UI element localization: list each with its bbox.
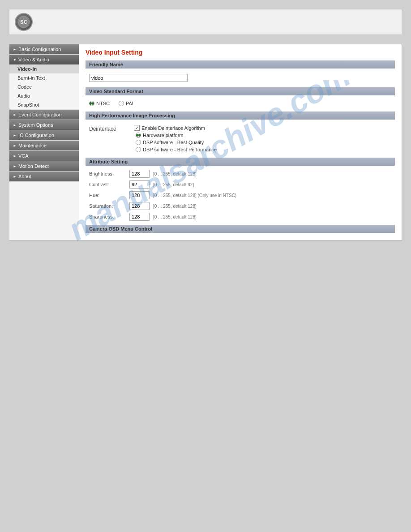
attr-input-sharpness[interactable]	[129, 213, 150, 221]
sub-radio-hardware[interactable]: Hardware platform	[134, 133, 217, 138]
friendly-name-input[interactable]	[89, 74, 188, 82]
attr-label-brightness: Brightness:	[89, 171, 129, 176]
attr-row-hue: Hue: [0 ... 255, default 128] (Only use …	[86, 190, 395, 201]
sidebar-label-about: About	[18, 174, 31, 179]
attr-row-saturation: Saturation: [0 ... 255, default 128]	[86, 201, 395, 211]
sidebar-item-codec[interactable]: Codec	[9, 82, 79, 91]
sidebar-section-maintenance: ► Maintenance	[9, 141, 79, 151]
deinterlace-row: Deinterlace ✓ Enable Deinterlace Algorit…	[89, 125, 391, 152]
sidebar-section-about: ► About	[9, 172, 79, 182]
arrow-system: ►	[13, 123, 17, 127]
arrow-vca: ►	[13, 154, 17, 158]
sidebar-label-vca: VCA	[18, 153, 29, 159]
sub-radio-circle-dsp-quality	[136, 140, 141, 145]
sidebar-label-basic: Basic Configuration	[18, 47, 61, 52]
sidebar-header-io[interactable]: ► IO Configuration	[9, 130, 79, 140]
radio-ntsc[interactable]: NTSC	[89, 101, 110, 106]
sidebar-header-vca[interactable]: ► VCA	[9, 151, 79, 161]
sub-radio-label-hardware: Hardware platform	[143, 133, 183, 138]
attr-label-hue: Hue:	[89, 193, 129, 198]
content-area: Video Input Setting Friendly Name Video …	[79, 44, 402, 240]
sidebar-label-maintenance: Maintenance	[18, 143, 47, 148]
section-header-high-performance: High Performance Image Processing	[86, 112, 395, 120]
arrow-io: ►	[13, 133, 17, 137]
sidebar-header-video-audio[interactable]: ▼ Video & Audio	[9, 55, 79, 64]
attr-input-hue[interactable]	[129, 191, 150, 199]
main-container: manualsarchive.com ► Basic Configuration…	[9, 44, 402, 240]
radio-pal[interactable]: PAL	[119, 101, 135, 106]
sidebar-label-video-audio: Video & Audio	[18, 57, 49, 62]
sidebar-section-io: ► IO Configuration	[9, 130, 79, 141]
sub-radio-dsp-performance[interactable]: DSP software - Best Performance	[134, 147, 217, 152]
sidebar-section-motion: ► Motion Detect	[9, 161, 79, 172]
deinterlace-options: ✓ Enable Deinterlace Algorithm Hardware …	[134, 125, 217, 152]
attr-row-brightness: Brightness: [0 ... 255, default 128]	[86, 168, 395, 179]
checkbox-enable-icon: ✓	[134, 125, 140, 131]
radio-circle-pal	[119, 101, 124, 106]
sidebar-label-system: System Options	[18, 122, 53, 128]
radio-label-pal: PAL	[126, 101, 135, 106]
arrow-event: ►	[13, 113, 17, 117]
sidebar-header-maintenance[interactable]: ► Maintenance	[9, 141, 79, 150]
attr-label-saturation: Saturation:	[89, 203, 129, 209]
attr-row-contrast: Contrast: [0 ... 255, default 92]	[86, 179, 395, 190]
attr-input-saturation[interactable]	[129, 202, 150, 210]
sidebar-section-vca: ► VCA	[9, 151, 79, 161]
attr-input-contrast[interactable]	[129, 180, 150, 189]
sidebar: ► Basic Configuration ▼ Video & Audio Vi…	[9, 44, 79, 240]
attr-hint-sharpness: [0 ... 255, default 128]	[153, 215, 197, 219]
arrow-maintenance: ►	[13, 144, 17, 148]
sidebar-label-motion: Motion Detect	[18, 163, 49, 169]
sidebar-section-event: ► Event Configuration	[9, 110, 79, 120]
sidebar-header-motion[interactable]: ► Motion Detect	[9, 161, 79, 171]
sidebar-header-about[interactable]: ► About	[9, 172, 79, 181]
sidebar-item-audio[interactable]: Audio	[9, 91, 79, 100]
sidebar-item-video-in[interactable]: Video-In	[9, 64, 79, 73]
sidebar-header-system[interactable]: ► System Options	[9, 120, 79, 130]
attr-input-brightness[interactable]	[129, 170, 150, 178]
arrow-about: ►	[13, 175, 17, 179]
attr-hint-contrast: [0 ... 255, default 92]	[153, 182, 194, 187]
page-title: Video Input Setting	[86, 49, 395, 56]
deinterlace-label: Deinterlace	[89, 125, 129, 132]
section-header-video-standard: Video Standard Format	[86, 87, 395, 95]
sidebar-item-burnt-in-text[interactable]: Burnt-in Text	[9, 73, 79, 82]
sub-radio-circle-dsp-performance	[136, 147, 141, 152]
sub-radio-label-dsp-performance: DSP software - Best Performance	[143, 147, 217, 152]
arrow-motion: ►	[13, 164, 17, 168]
radio-circle-ntsc	[89, 101, 94, 106]
friendly-name-row	[86, 71, 395, 85]
attr-label-contrast: Contrast:	[89, 182, 129, 187]
attr-label-sharpness: Sharpness:	[89, 214, 129, 219]
logo: SC	[15, 13, 33, 31]
checkbox-enable-label: Enable Deinterlace Algorithm	[141, 125, 205, 131]
deinterlace-section: Deinterlace ✓ Enable Deinterlace Algorit…	[86, 122, 395, 155]
attr-hint-brightness: [0 ... 255, default 128]	[153, 172, 197, 176]
sub-radio-circle-hardware	[136, 133, 141, 138]
sidebar-section-system: ► System Options	[9, 120, 79, 130]
checkbox-enable-deinterlace[interactable]: ✓ Enable Deinterlace Algorithm	[134, 125, 217, 131]
sidebar-header-event[interactable]: ► Event Configuration	[9, 110, 79, 120]
arrow-basic: ►	[13, 47, 17, 51]
radio-label-ntsc: NTSC	[96, 101, 110, 106]
sidebar-label-io: IO Configuration	[18, 133, 54, 138]
section-header-attribute: Attribute Setting	[86, 158, 395, 166]
arrow-video-audio: ▼	[13, 58, 17, 62]
sidebar-item-snapshot[interactable]: SnapShot	[9, 100, 79, 109]
sub-radio-label-dsp-quality: DSP software - Best Quality	[143, 140, 204, 145]
attr-row-sharpness: Sharpness: [0 ... 255, default 128]	[86, 211, 395, 222]
attr-hint-saturation: [0 ... 255, default 128]	[153, 204, 197, 209]
section-header-friendly-name: Friendly Name	[86, 60, 395, 69]
sidebar-header-basic[interactable]: ► Basic Configuration	[9, 44, 79, 54]
sidebar-section-basic: ► Basic Configuration	[9, 44, 79, 55]
sub-radio-dsp-quality[interactable]: DSP software - Best Quality	[134, 140, 217, 145]
attr-hint-hue: [0 ... 255, default 128] (Only use in NT…	[153, 193, 236, 198]
header-bar: SC	[9, 9, 402, 35]
video-standard-radio-group: NTSC PAL	[86, 98, 395, 109]
section-header-camera-osd: Camera OSD Menu Control	[86, 225, 395, 233]
sidebar-section-video-audio: ▼ Video & Audio Video-In Burnt-in Text C…	[9, 55, 79, 110]
sidebar-label-event: Event Configuration	[18, 112, 62, 117]
svg-text:SC: SC	[20, 19, 27, 25]
